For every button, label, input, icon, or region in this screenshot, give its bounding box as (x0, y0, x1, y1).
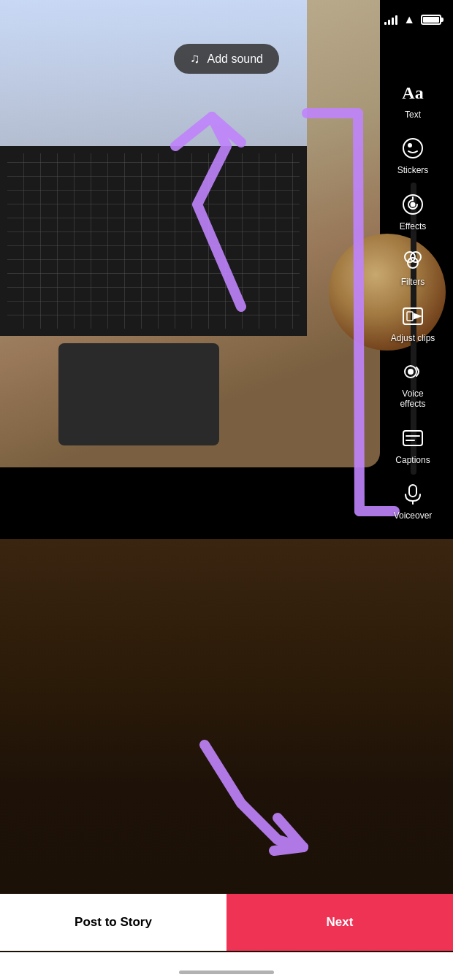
home-indicator (179, 971, 274, 974)
effects-label: Effects (400, 221, 426, 231)
svg-point-0 (403, 139, 422, 158)
post-to-story-button[interactable]: Post to Story (0, 894, 226, 951)
sticker-icon (399, 134, 427, 162)
signal-icon (384, 15, 397, 25)
text-icon: Aa (399, 79, 427, 107)
svg-rect-12 (403, 431, 422, 445)
laptop-trackpad (58, 343, 219, 445)
toolbar-item-effects[interactable]: Effects (373, 185, 453, 237)
stickers-label: Stickers (397, 165, 429, 175)
status-icons: ▲ (384, 13, 441, 26)
text-label: Text (405, 110, 421, 120)
status-bar: ▲ (0, 0, 453, 39)
svg-rect-8 (407, 312, 413, 321)
toolbar-item-voiceover[interactable]: Voiceover (373, 474, 453, 527)
toolbar-item-filters[interactable]: Filters (373, 240, 453, 293)
dock-bar (0, 952, 453, 980)
filters-icon (399, 246, 427, 274)
music-note-icon: ♫ (190, 51, 200, 66)
svg-point-11 (408, 370, 413, 374)
bottom-actions: Post to Story Next (0, 894, 453, 951)
voice-effects-label: Voiceeffects (400, 388, 425, 410)
voiceover-label: Voiceover (394, 510, 433, 521)
effects-icon (399, 191, 427, 218)
next-button[interactable]: Next (226, 894, 453, 951)
adjust-clips-icon (399, 302, 427, 330)
laptop-keyboard (0, 146, 307, 336)
right-toolbar: Aa Text Stickers Effects (373, 73, 453, 527)
svg-point-3 (411, 202, 415, 206)
captions-icon (399, 424, 427, 452)
toolbar-item-captions[interactable]: Captions (373, 418, 453, 471)
add-sound-label: Add sound (207, 53, 263, 66)
adjust-clips-label: Adjust clips (391, 333, 435, 343)
captions-label: Captions (395, 455, 430, 465)
wifi-icon: ▲ (403, 13, 415, 26)
add-sound-button[interactable]: ♫ Add sound (174, 44, 279, 74)
svg-marker-9 (414, 314, 420, 318)
svg-point-1 (408, 144, 411, 147)
toolbar-item-adjust-clips[interactable]: Adjust clips (373, 296, 453, 349)
toolbar-item-voice-effects[interactable]: Voiceeffects (373, 352, 453, 416)
svg-point-6 (408, 258, 418, 268)
svg-rect-15 (409, 485, 416, 497)
voiceover-icon (399, 480, 427, 508)
voice-effects-icon (399, 358, 427, 386)
filters-label: Filters (401, 277, 425, 287)
toolbar-item-text[interactable]: Aa Text (373, 73, 453, 126)
toolbar-item-stickers[interactable]: Stickers (373, 129, 453, 181)
battery-icon (421, 15, 441, 25)
